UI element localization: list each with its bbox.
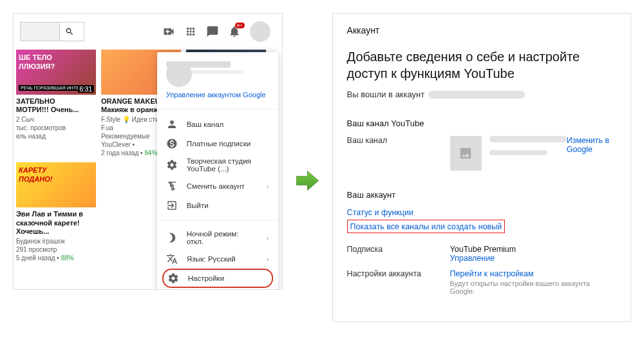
image-placeholder-icon — [457, 146, 475, 160]
edit-in-google-link[interactable]: Изменить в Google — [567, 136, 616, 154]
settings-note: Будут открыты настройки вашего аккаунта … — [450, 280, 616, 295]
signin-status: Вы вошли в аккаунт — [347, 90, 616, 99]
menu-header: Управление аккаунтом Google — [157, 52, 278, 104]
menu-item-help[interactable]: Справка — [157, 288, 278, 290]
manage-google-account-link[interactable]: Управление аккаунтом Google — [166, 87, 269, 99]
menu-item-moon[interactable]: Ночной режим: откл.› — [157, 226, 278, 249]
user-icon — [166, 119, 178, 130]
avatar[interactable] — [250, 21, 270, 42]
lang-icon — [166, 253, 178, 265]
topbar-icons: 9+ — [162, 21, 270, 42]
account-settings-page: Аккаунт Добавьте сведения о себе и настр… — [332, 13, 631, 322]
account-settings-label: Настройки аккаунта — [347, 269, 450, 295]
show-all-channels-link[interactable]: Показать все каналы или создать новый — [350, 222, 502, 231]
search-button[interactable] — [59, 23, 79, 41]
menu-item-exit[interactable]: Выйти — [157, 196, 278, 215]
menu-item-lang[interactable]: Язык: Русский› — [157, 249, 278, 269]
go-to-settings-link[interactable]: Перейти к настройкам — [450, 269, 534, 278]
chevron-right-icon: › — [267, 255, 269, 263]
messages-icon[interactable] — [206, 25, 219, 38]
menu-item-gear[interactable]: Настройки — [162, 269, 273, 288]
page-heading: Аккаунт — [347, 25, 616, 35]
topbar: 9+ — [14, 14, 282, 50]
subscription-label: Подписка — [347, 245, 450, 263]
moon-icon — [166, 232, 178, 243]
menu-avatar — [166, 61, 192, 87]
manage-subscription-link[interactable]: Управление — [450, 254, 495, 263]
search-icon — [65, 27, 74, 36]
subscription-value: YouTube Premium — [450, 245, 616, 254]
notifications-icon[interactable]: 9+ — [228, 25, 241, 38]
channel-name-redacted — [489, 136, 567, 142]
notification-badge: 9+ — [235, 23, 245, 28]
search-box — [20, 22, 84, 41]
account-section-title: Ваш аккаунт — [347, 190, 616, 200]
page-title: Добавьте сведения о себе и настройте дос… — [347, 48, 616, 82]
gear-icon — [167, 272, 179, 284]
search-input[interactable] — [21, 23, 59, 41]
account-email-redacted — [428, 91, 525, 99]
youtube-main-page: 9+ ШЕ ТЕЛОЛЛЮЗИЯ?РЕЧЬ ПОРАЗИВШАЯ ИНТЕРНЕ… — [13, 13, 283, 290]
video-card[interactable]: ШЕ ТЕЛОЛЛЮЗИЯ?РЕЧЬ ПОРАЗИВШАЯ ИНТЕРНЕТ6:… — [16, 50, 96, 157]
chevron-right-icon: › — [267, 182, 269, 190]
chevron-right-icon: › — [267, 234, 269, 242]
highlighted-action: Показать все каналы или создать новый — [347, 220, 506, 233]
channel-info-redacted — [489, 150, 547, 155]
menu-item-dollar[interactable]: Платные подписки — [157, 134, 278, 153]
gear-icon — [166, 159, 178, 171]
arrow-icon — [294, 167, 321, 194]
apps-icon[interactable] — [184, 25, 197, 38]
menu-item-gear[interactable]: Творческая студия YouTube (...) — [157, 153, 278, 176]
channel-thumbnail — [450, 136, 482, 171]
channel-section-title: Ваш канал YouTube — [347, 119, 616, 128]
switch-icon — [166, 180, 178, 192]
create-video-icon[interactable] — [162, 25, 175, 38]
your-channel-label: Ваш канал — [347, 136, 450, 171]
exit-icon — [166, 200, 178, 211]
video-card[interactable]: КАРЕТУПОДАНО! Эви Лав и Тимми всказочной… — [16, 162, 96, 262]
menu-item-user[interactable]: Ваш канал — [157, 115, 278, 134]
status-functions-link[interactable]: Статус и функции — [347, 208, 413, 217]
menu-item-switch[interactable]: Сменить аккаунт› — [157, 176, 278, 196]
account-menu: Управление аккаунтом Google Ваш каналПла… — [157, 52, 278, 290]
dollar-icon — [166, 138, 178, 149]
